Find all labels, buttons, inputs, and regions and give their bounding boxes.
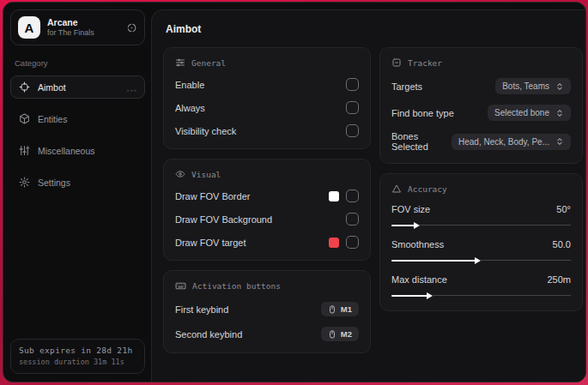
visibility-check-checkbox[interactable]	[346, 124, 359, 137]
activation-buttons-card: Activation buttons First keybind M1	[163, 270, 371, 353]
max-distance-value: 250m	[547, 274, 571, 285]
triangle-icon	[391, 183, 402, 194]
enable-checkbox[interactable]	[346, 78, 359, 91]
first-keybind-button[interactable]: M1	[321, 302, 359, 316]
nav-hover-hint: •••	[127, 87, 137, 95]
fov-target-color-swatch[interactable]	[329, 238, 339, 248]
brand-card: A Arcane for The Finals	[10, 9, 145, 45]
bones-selected-label: Bones Selected	[391, 131, 452, 152]
refresh-icon[interactable]	[126, 22, 137, 33]
find-bone-type-label: Find bone type	[391, 108, 454, 118]
focus-icon	[391, 57, 402, 68]
sidebar-item-entities[interactable]: Entities	[10, 107, 145, 130]
general-card: General Enable Always Visibility check	[163, 47, 371, 149]
category-label: Category	[15, 58, 141, 68]
fov-size-label: FOV size	[391, 204, 430, 214]
subscription-card: Sub expires in 28d 21h session duration …	[10, 339, 145, 374]
max-distance-label: Max distance	[391, 274, 447, 285]
slider-thumb[interactable]	[414, 222, 420, 229]
sidebar-item-settings[interactable]: Settings	[10, 171, 145, 194]
max-distance-slider[interactable]	[391, 292, 571, 299]
sidebar-item-label: Aimbot	[38, 82, 66, 93]
smoothness-label: Smoothness	[391, 239, 444, 250]
always-label: Always	[175, 103, 205, 113]
app-window: A Arcane for The Finals Category Aimbot	[3, 2, 586, 382]
keybind-value: M1	[341, 304, 352, 314]
enable-label: Enable	[175, 80, 204, 90]
select-value: Selected bone	[494, 108, 549, 117]
subscription-expiry: Sub expires in 28d 21h	[19, 346, 136, 355]
second-keybind-label: Second keybind	[175, 329, 242, 340]
card-title: Tracker	[408, 58, 442, 68]
card-title: Accuracy	[408, 184, 447, 194]
fov-size-value: 50°	[556, 204, 571, 214]
visual-card: Visual Draw FOV Border Draw FOV Backgrou…	[163, 159, 371, 261]
chevrons-up-down-icon	[555, 109, 564, 117]
find-bone-type-select[interactable]: Selected bone	[488, 105, 571, 121]
always-checkbox[interactable]	[346, 101, 359, 114]
app-name: Arcane	[47, 17, 119, 28]
mouse-icon	[328, 305, 336, 314]
draw-fov-target-label: Draw FOV target	[175, 238, 246, 248]
second-keybind-button[interactable]: M2	[321, 327, 359, 341]
visibility-check-label: Visibility check	[175, 126, 236, 136]
select-value: Head, Neck, Body, Pe...	[458, 137, 549, 147]
sidebar: A Arcane for The Finals Category Aimbot	[3, 3, 151, 382]
draw-fov-border-label: Draw FOV Border	[175, 191, 250, 202]
sidebar-item-miscellaneous[interactable]: Miscellaneous	[10, 139, 145, 162]
draw-fov-background-label: Draw FOV Background	[175, 214, 272, 225]
app-logo: A	[18, 16, 40, 39]
crosshair-icon	[19, 81, 30, 93]
session-duration: session duration 31m 11s	[19, 358, 136, 366]
tracker-card: Tracker Targets Bots, Teams	[379, 47, 583, 164]
main-panel: Aimbot General Enable	[151, 9, 585, 382]
chevrons-up-down-icon	[555, 137, 564, 146]
targets-select[interactable]: Bots, Teams	[495, 78, 571, 94]
draw-fov-border-checkbox[interactable]	[346, 189, 359, 202]
slider-thumb[interactable]	[427, 292, 433, 299]
fov-border-color-swatch[interactable]	[329, 191, 339, 202]
select-value: Bots, Teams	[502, 81, 549, 91]
mouse-icon	[328, 330, 336, 339]
bones-selected-select[interactable]: Head, Neck, Body, Pe...	[452, 134, 571, 150]
smoothness-slider[interactable]	[391, 256, 571, 264]
draw-fov-background-checkbox[interactable]	[346, 213, 359, 226]
chevrons-up-down-icon	[555, 82, 564, 91]
targets-label: Targets	[391, 81, 422, 92]
cube-icon	[19, 113, 30, 124]
sidebar-nav: Aimbot ••• Entities Miscellan	[10, 75, 145, 194]
keyboard-icon	[175, 280, 186, 292]
first-keybind-label: First keybind	[175, 304, 228, 315]
slider-thumb[interactable]	[475, 257, 481, 264]
app-subtitle: for The Finals	[47, 28, 119, 38]
sidebar-item-label: Settings	[38, 177, 70, 188]
sidebar-item-aimbot[interactable]: Aimbot •••	[10, 75, 145, 99]
sidebar-item-label: Miscellaneous	[38, 146, 95, 156]
adjustments-icon	[175, 57, 185, 68]
sliders-icon	[19, 145, 30, 156]
card-title: Activation buttons	[192, 281, 281, 291]
sidebar-item-label: Entities	[38, 114, 67, 124]
fov-size-slider[interactable]	[391, 221, 571, 229]
draw-fov-target-checkbox[interactable]	[346, 236, 359, 249]
card-title: Visual	[191, 170, 221, 179]
keybind-value: M2	[341, 329, 352, 339]
smoothness-value: 50.0	[553, 239, 571, 250]
eye-icon	[175, 169, 185, 179]
page-title: Aimbot	[166, 23, 575, 35]
gear-icon	[19, 177, 30, 188]
card-title: General	[191, 58, 226, 68]
accuracy-card: Accuracy FOV size 50°	[379, 173, 583, 311]
